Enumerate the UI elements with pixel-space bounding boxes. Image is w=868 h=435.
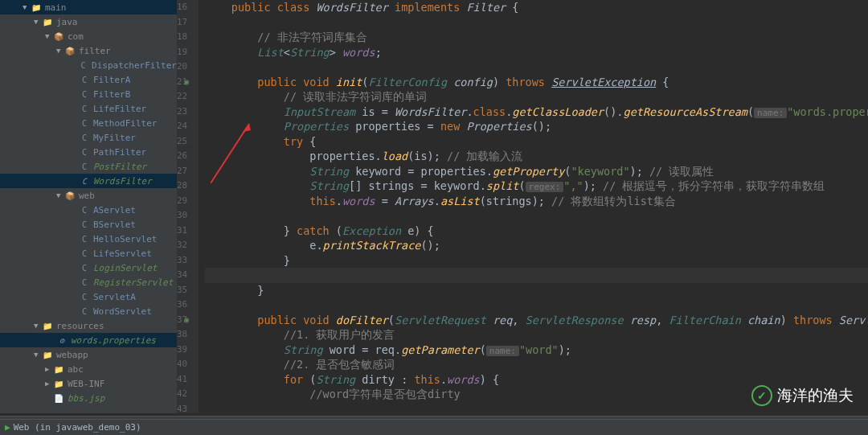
tree-item-postfilter[interactable]: CPostFilter bbox=[0, 159, 177, 174]
tree-item-java[interactable]: ▼📁java bbox=[0, 14, 177, 29]
code-line[interactable]: // 非法字符词库集合 bbox=[205, 30, 868, 45]
tree-item-filter[interactable]: ▼📦filter bbox=[0, 43, 177, 58]
tree-item-myfilter[interactable]: CMyFilter bbox=[0, 130, 177, 145]
tree-item-registerservlet[interactable]: CRegisterServlet bbox=[0, 275, 177, 289]
tree-item-words-properties[interactable]: ⚙words.properties bbox=[0, 333, 177, 347]
tree-item-filterb[interactable]: CFilterB bbox=[0, 87, 177, 101]
code-line[interactable]: String keyword = properties.getProperty(… bbox=[205, 164, 868, 179]
tree-item-helloservlet[interactable]: CHelloServlet bbox=[0, 232, 177, 246]
code-line[interactable]: this.words = Arrays.asList(strings); // … bbox=[205, 194, 868, 209]
code-line[interactable]: String[] strings = keyword.split(regex:"… bbox=[205, 179, 868, 194]
code-line[interactable]: List<String> words; bbox=[205, 45, 868, 60]
code-line[interactable]: } bbox=[205, 283, 868, 298]
code-line[interactable]: public void init(FilterConfig config) th… bbox=[205, 75, 868, 90]
code-line[interactable] bbox=[205, 208, 868, 224]
watermark: ✓海洋的渔夫 bbox=[751, 385, 854, 406]
tree-item-dispatcherfilter[interactable]: CDispatcherFilter bbox=[0, 58, 177, 72]
tree-item-pathfilter[interactable]: CPathFilter bbox=[0, 145, 177, 159]
tree-item-bbs-jsp[interactable]: 📄bbs.jsp bbox=[0, 391, 177, 405]
tree-item-abc[interactable]: ▶📁abc bbox=[0, 362, 177, 376]
code-line[interactable]: properties.load(is); // 加载输入流 bbox=[205, 149, 868, 164]
tree-item-web-inf[interactable]: ▶📁WEB-INF bbox=[0, 376, 177, 391]
run-bar: ▶ Web (in javaweb_demo_03) bbox=[0, 419, 868, 435]
code-line[interactable]: public class WordsFilter implements Filt… bbox=[205, 0, 868, 15]
code-line[interactable]: Properties properties = new Properties()… bbox=[205, 119, 868, 134]
line-gutter: 161718192021◉222324252627282930313233343… bbox=[177, 0, 199, 413]
tree-item-wordsfilter[interactable]: CWordsFilter bbox=[0, 174, 177, 188]
code-line[interactable]: public void doFilter(ServletRequest req,… bbox=[205, 313, 868, 328]
tree-item-methodfilter[interactable]: CMethodFilter bbox=[0, 116, 177, 130]
run-icon[interactable]: ▶ bbox=[5, 422, 10, 433]
code-line[interactable]: } bbox=[205, 253, 868, 269]
tree-item-lifeservlet[interactable]: CLifeServlet bbox=[0, 246, 177, 261]
code-line[interactable]: try { bbox=[205, 134, 868, 150]
tree-item-bservlet[interactable]: CBServlet bbox=[0, 217, 177, 232]
tree-item-com[interactable]: ▼📦com bbox=[0, 29, 177, 43]
run-config-label[interactable]: Web (in javaweb_demo_03) bbox=[14, 422, 141, 433]
tree-item-lifefilter[interactable]: CLifeFilter bbox=[0, 101, 177, 116]
code-line[interactable] bbox=[205, 298, 868, 313]
tree-item-loginservlet[interactable]: CLoginServlet bbox=[0, 261, 177, 275]
tree-item-webapp[interactable]: ▼📁webapp bbox=[0, 347, 177, 362]
tree-item-main[interactable]: ▼📁main bbox=[0, 0, 177, 14]
code-line[interactable] bbox=[205, 15, 868, 31]
tree-item-filtera[interactable]: CFilterA bbox=[0, 72, 177, 87]
code-line[interactable]: //1. 获取用户的发言 bbox=[205, 327, 868, 343]
code-line[interactable]: InputStream is = WordsFilter.class.getCl… bbox=[205, 105, 868, 120]
code-line[interactable] bbox=[205, 60, 868, 75]
tree-item-resources[interactable]: ▼📁resources bbox=[0, 318, 177, 333]
tree-item-web[interactable]: ▼📦web bbox=[0, 188, 177, 203]
code-line[interactable]: // 读取非法字符词库的单词 bbox=[205, 89, 868, 105]
code-line[interactable]: String word = req.getParameter(name:"wor… bbox=[205, 343, 868, 358]
code-line[interactable] bbox=[205, 268, 868, 283]
tree-item-servleta[interactable]: CServletA bbox=[0, 289, 177, 304]
project-tree[interactable]: ▼📁main▼📁java▼📦com▼📦filterCDispatcherFilt… bbox=[0, 0, 177, 413]
code-line[interactable]: //2. 是否包含敏感词 bbox=[205, 357, 868, 372]
code-area[interactable]: public class WordsFilter implements Filt… bbox=[199, 0, 868, 413]
code-line[interactable]: } catch (Exception e) { bbox=[205, 224, 868, 239]
code-editor[interactable]: 161718192021◉222324252627282930313233343… bbox=[177, 0, 868, 413]
code-line[interactable]: e.printStackTrace(); bbox=[205, 238, 868, 253]
tree-item-aservlet[interactable]: CAServlet bbox=[0, 203, 177, 217]
tree-item-wordservlet[interactable]: CWordServlet bbox=[0, 304, 177, 318]
